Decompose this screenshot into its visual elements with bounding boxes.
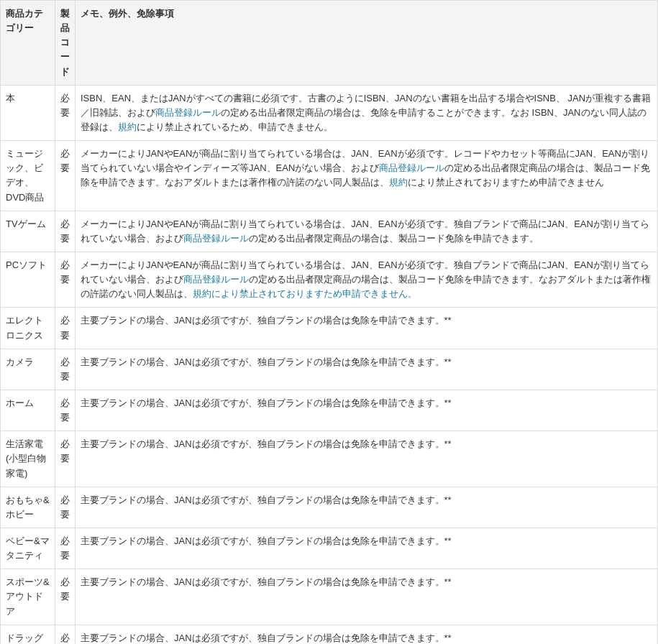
cell-category: ホーム	[1, 390, 55, 431]
cell-notes: 主要ブランドの場合、JANは必須ですが、独自ブランドの場合は免除を申請できます。…	[76, 308, 658, 349]
table-row: 生活家電(小型白物家電)必要主要ブランドの場合、JANは必須ですが、独自ブランド…	[1, 431, 658, 487]
inline-link[interactable]: 商品登録ルール	[183, 233, 249, 244]
table-row: ベビー&マタニティ必要主要ブランドの場合、JANは必須ですが、独自ブランドの場合…	[1, 528, 658, 569]
cell-notes: メーカーによりJANやEANが商品に割り当てられている場合は、JAN、EANが必…	[76, 252, 658, 307]
table-row: PCソフト必要メーカーによりJANやEANが商品に割り当てられている場合は、JA…	[1, 252, 658, 307]
cell-category: ベビー&マタニティ	[1, 528, 55, 569]
table-header-row: 商品カテゴリー 製品コード メモ、例外、免除事項	[1, 1, 658, 86]
cell-category: 本	[1, 85, 55, 140]
cell-notes: 主要ブランドの場合、JANは必須ですが、独自ブランドの場合は免除を申請できます。…	[76, 625, 658, 644]
cell-code: 必要	[55, 569, 76, 625]
notes-text: の定める出品者限定商品の場合は、製品コード免除を申請できます。	[249, 233, 539, 244]
table-row: TVゲーム必要メーカーによりJANやEANが商品に割り当てられている場合は、JA…	[1, 211, 658, 252]
cell-notes: 主要ブランドの場合、JANは必須ですが、独自ブランドの場合は免除を申請できます。…	[76, 487, 658, 528]
cell-code: 必要	[55, 528, 76, 569]
cell-category: ミュージック、ビデオ、DVD商品	[1, 141, 55, 211]
cell-code: 必要	[55, 349, 76, 390]
cell-category: おもちゃ&ホビー	[1, 487, 55, 528]
cell-category: カメラ	[1, 349, 55, 390]
cell-code: 必要	[55, 487, 76, 528]
cell-category: 生活家電(小型白物家電)	[1, 431, 55, 487]
header-notes: メモ、例外、免除事項	[76, 1, 658, 86]
cell-notes: メーカーによりJANやEANが商品に割り当てられている場合は、JAN、EANが必…	[76, 211, 658, 252]
cell-code: 必要	[55, 390, 76, 431]
table-row: ドラッグストア*必要主要ブランドの場合、JANは必須ですが、独自ブランドの場合は…	[1, 625, 658, 644]
cell-code: 必要	[55, 252, 76, 307]
inline-link[interactable]: 規約	[118, 121, 137, 132]
inline-link[interactable]: 商品登録ルール	[183, 274, 249, 285]
cell-notes: 主要ブランドの場合、JANは必須ですが、独自ブランドの場合は免除を申請できます。…	[76, 528, 658, 569]
cell-category: エレクトロニクス	[1, 308, 55, 349]
cell-category: スポーツ&アウトドア	[1, 569, 55, 625]
notes-text: 主要ブランドの場合、JANは必須ですが、独自ブランドの場合は免除を申請できます。…	[81, 315, 452, 326]
cell-notes: 主要ブランドの場合、JANは必須ですが、独自ブランドの場合は免除を申請できます。…	[76, 349, 658, 390]
table-row: 本必要ISBN、EAN、またはJANがすべての書籍に必須です。古書のようにISB…	[1, 85, 658, 140]
inline-link[interactable]: 商品登録ルール	[379, 162, 444, 173]
cell-notes: メーカーによりJANやEANが商品に割り当てられている場合は、JAN、EANが必…	[76, 141, 658, 211]
cell-notes: 主要ブランドの場合、JANは必須ですが、独自ブランドの場合は免除を申請できます。…	[76, 569, 658, 625]
cell-code: 必要	[55, 308, 76, 349]
product-code-table: 商品カテゴリー 製品コード メモ、例外、免除事項 本必要ISBN、EAN、または…	[0, 0, 658, 644]
notes-text: 主要ブランドの場合、JANは必須ですが、独自ブランドの場合は免除を申請できます。…	[81, 632, 452, 643]
header-code: 製品コード	[55, 1, 76, 86]
inline-link[interactable]: 規約により禁止されておりますため申請できません。	[193, 288, 417, 299]
cell-notes: 主要ブランドの場合、JANは必須ですが、独自ブランドの場合は免除を申請できます。…	[76, 431, 658, 487]
cell-notes: 主要ブランドの場合、JANは必須ですが、独自ブランドの場合は免除を申請できます。…	[76, 390, 658, 431]
table-row: ホーム必要主要ブランドの場合、JANは必須ですが、独自ブランドの場合は免除を申請…	[1, 390, 658, 431]
notes-text: 主要ブランドの場合、JANは必須ですが、独自ブランドの場合は免除を申請できます。…	[81, 397, 452, 408]
cell-category: TVゲーム	[1, 211, 55, 252]
notes-text: 主要ブランドの場合、JANは必須ですが、独自ブランドの場合は免除を申請できます。…	[81, 576, 452, 587]
cell-code: 必要	[55, 141, 76, 211]
cell-category: PCソフト	[1, 252, 55, 307]
notes-text: 主要ブランドの場合、JANは必須ですが、独自ブランドの場合は免除を申請できます。…	[81, 438, 452, 449]
cell-code: 必要	[55, 85, 76, 140]
cell-code: 必要	[55, 211, 76, 252]
table-row: ミュージック、ビデオ、DVD商品必要メーカーによりJANやEANが商品に割り当て…	[1, 141, 658, 211]
notes-text: 主要ブランドの場合、JANは必須ですが、独自ブランドの場合は免除を申請できます。…	[81, 494, 452, 505]
header-category: 商品カテゴリー	[1, 1, 55, 86]
cell-notes: ISBN、EAN、またはJANがすべての書籍に必須です。古書のようにISBN、J…	[76, 85, 658, 140]
table-row: スポーツ&アウトドア必要主要ブランドの場合、JANは必須ですが、独自ブランドの場…	[1, 569, 658, 625]
table-row: おもちゃ&ホビー必要主要ブランドの場合、JANは必須ですが、独自ブランドの場合は…	[1, 487, 658, 528]
notes-text: 主要ブランドの場合、JANは必須ですが、独自ブランドの場合は免除を申請できます。…	[81, 356, 452, 367]
notes-text: により禁止されているため、申請できません。	[137, 121, 333, 132]
inline-link[interactable]: 商品登録ルール	[155, 107, 221, 118]
table-row: エレクトロニクス必要主要ブランドの場合、JANは必須ですが、独自ブランドの場合は…	[1, 308, 658, 349]
cell-code: 必要	[55, 625, 76, 644]
inline-link[interactable]: 規約	[389, 177, 408, 188]
cell-code: 必要	[55, 431, 76, 487]
cell-category: ドラッグストア*	[1, 625, 55, 644]
notes-text: 主要ブランドの場合、JANは必須ですが、独自ブランドの場合は免除を申請できます。…	[81, 535, 452, 546]
table-row: カメラ必要主要ブランドの場合、JANは必須ですが、独自ブランドの場合は免除を申請…	[1, 349, 658, 390]
notes-text: により禁止されておりますため申請できません	[408, 177, 604, 188]
